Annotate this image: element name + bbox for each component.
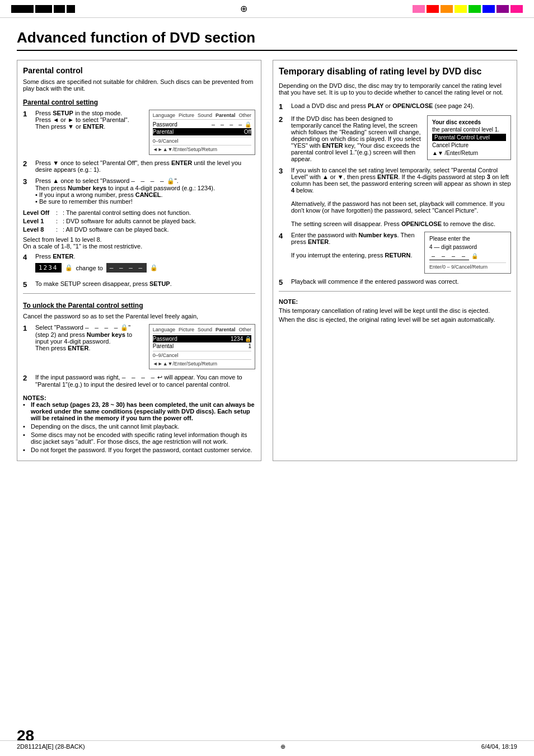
unlock-step-1-content: Select "Password — — — — 🔒" (step 2) and…: [35, 324, 255, 369]
step-1-menu-box: Language Picture Sound Parental Other Pa…: [149, 110, 255, 155]
step-3-arrow: ▲: [53, 177, 59, 184]
step-1-text-a: Press: [35, 110, 53, 116]
menu-row-password: Password — — — — 🔒: [153, 121, 251, 128]
note-3: • Do not forget the password. If you for…: [23, 447, 255, 453]
compass-icon: ⊕: [240, 4, 247, 13]
step-5-content: To make SETUP screen disappear, press SE…: [35, 280, 255, 287]
footer-center-compass: ⊕: [280, 743, 285, 750]
right-step-4-with-box: Enter the password with Number keys. The…: [291, 232, 511, 274]
r-numkeys: Number keys: [358, 232, 397, 238]
step-1-content: Press SETUP in the stop mode. Press ◄ or…: [35, 110, 255, 155]
right-section-title: Temporary disabling of rating level by D…: [279, 66, 511, 78]
step-1-with-box: Press SETUP in the stop mode. Press ◄ or…: [35, 110, 255, 155]
step-1-enter2: ENTER: [83, 123, 104, 130]
unlock-menu-row-password: Password 1234 🔒: [153, 335, 251, 342]
header-color-blocks: [413, 5, 523, 13]
note-2-text: Some discs may not be encoded with speci…: [31, 431, 255, 445]
unlock-step-1-num: 1: [23, 324, 31, 332]
input-before: 1234: [35, 263, 62, 273]
footer: 2D81121A[E] (28-BACK) ⊕ 6/4/04, 18:19: [0, 740, 534, 750]
unlock-step-1: 1 Select "Password — — — — 🔒" (step 2) a…: [23, 324, 255, 369]
level-1-row: Level 1 : : DVD software for adults cann…: [23, 218, 255, 224]
step-4-num: 4: [23, 253, 31, 261]
footer-left: 2D81121A[E] (28-BACK): [17, 743, 85, 750]
menu-h-other: Other: [238, 112, 251, 118]
r-play: PLAY: [368, 102, 383, 109]
unlock-menu-h-parental: Parental: [216, 327, 236, 332]
unlock-step-1-with-box: Select "Password — — — — 🔒" (step 2) and…: [35, 324, 255, 369]
right-step-2-with-box: If the DVD disc has been designed to tem…: [291, 115, 511, 162]
level-notes: Select from level 1 to level 8. On a sca…: [23, 236, 255, 250]
step-5-num: 5: [23, 280, 31, 289]
popup-line2: the parental control level 1.: [432, 126, 506, 133]
black-block-2: [35, 5, 52, 13]
unlock-password-value: 1234 🔒: [231, 336, 251, 342]
unlock-footer-1: 0–9/Cancel: [153, 351, 251, 358]
header-black-blocks: [11, 5, 75, 13]
r-enter-4: ENTER: [308, 238, 329, 245]
unlock-dashes: — — — —: [85, 324, 119, 331]
step-1-text: Press SETUP in the stop mode. Press ◄ or…: [35, 110, 143, 130]
unlock-step-1-text: Select "Password — — — — 🔒" (step 2) and…: [35, 324, 143, 351]
menu-password-value: — — — — 🔒: [212, 121, 251, 128]
right-note-section: NOTE: This temporary cancellation of rat…: [279, 298, 511, 323]
password-box: Please enter the 4 — digit password — — …: [424, 232, 511, 274]
note-bold: • If each setup (pages 23, 28 ~ 30) has …: [23, 401, 255, 421]
note-bold-text: If each setup (pages 23, 28 ~ 30) has be…: [31, 401, 255, 421]
color-block-purple: [496, 5, 509, 13]
footer-right: 6/4/04, 18:19: [481, 743, 517, 750]
level-1-colon: :: [56, 218, 60, 224]
step-1-period: .: [104, 123, 105, 130]
pw-dashes: — — — —: [429, 252, 469, 260]
popup-nav: ▲▼ /Enter/Return: [432, 150, 506, 156]
right-note-line1: This temporary cancellation of rating le…: [279, 307, 511, 314]
level-8-label: Level 8: [23, 226, 54, 233]
level-1-desc: : DVD software for adults cannot be play…: [63, 218, 196, 224]
two-column-layout: Parental control Some discs are specifie…: [17, 60, 517, 461]
parental-setting-title: Parental control setting: [23, 98, 255, 106]
step-1-text-d: Press ◄ or ► to select "Paren­tal".: [35, 116, 129, 123]
page-title: Advanced function of DVD section: [17, 29, 517, 51]
color-block-orange: [441, 5, 453, 13]
r-return: RETURN: [385, 252, 411, 259]
unlock-password-label: Password: [153, 336, 177, 342]
note-1-text: Depending on the discs, the unit cannot …: [31, 423, 179, 430]
right-step-2: 2 If the DVD disc has been designed to t…: [279, 115, 511, 162]
unlock-menu-h-pic: Picture: [179, 327, 194, 332]
note-2: • Some discs may not be encoded with spe…: [23, 431, 255, 445]
black-block-1: [11, 5, 34, 13]
right-column: Temporary disabling of rating level by D…: [273, 60, 517, 461]
step-2-num: 2: [23, 159, 31, 168]
r-enter-2: ENTER: [322, 142, 343, 149]
step-4-content: Press ENTER. 1234 🔒 change to — — — — 🔒: [35, 253, 255, 276]
note-bullet-3: •: [23, 447, 29, 453]
menu-box-header: Language Picture Sound Parental Other: [153, 112, 251, 120]
step-1-enter1: ▼: [68, 123, 74, 130]
pw-line2: 4 — digit password: [429, 244, 506, 250]
unlock-menu-box: Language Picture Sound Parental Other Pa…: [149, 324, 255, 369]
unlock-menu-header: Language Picture Sound Parental Other: [153, 327, 251, 334]
r-open-close-3: OPEN/CLOSE: [401, 220, 442, 227]
header-bar: ⊕: [0, 0, 534, 18]
color-block-red: [427, 5, 439, 13]
menu-h-sound: Sound: [198, 112, 212, 118]
pw-input-row: — — — — 🔒: [429, 252, 506, 260]
right-step-4-num: 4: [279, 232, 287, 240]
step-3-num: 3: [23, 177, 31, 186]
step-1: 1 Press SETUP in the stop mode. Press ◄ …: [23, 110, 255, 155]
right-step-2-content: If the DVD disc has been designed to tem…: [291, 115, 511, 162]
level-8-colon: :: [56, 226, 60, 233]
black-block-4: [67, 5, 75, 13]
step-3-dashes: — — — —: [131, 177, 165, 185]
right-note-line2: When the disc is ejected, the original r…: [279, 316, 511, 323]
menu-password-label: Password: [153, 121, 177, 128]
popup-line3: Cancel Picture: [432, 142, 506, 148]
level-8-row: Level 8 : : All DVD software can be play…: [23, 226, 255, 233]
change-arrow: change to: [76, 265, 103, 271]
step-1-text-h: or: [74, 123, 83, 130]
note-bullet-0: •: [23, 401, 29, 421]
parental-control-title: Parental control: [23, 66, 255, 75]
unlock-step-2-content: If the input password was right, — — — —…: [35, 374, 255, 388]
right-step-4: 4 Enter the password with Number keys. T…: [279, 232, 511, 274]
color-block-deepink: [510, 5, 523, 13]
